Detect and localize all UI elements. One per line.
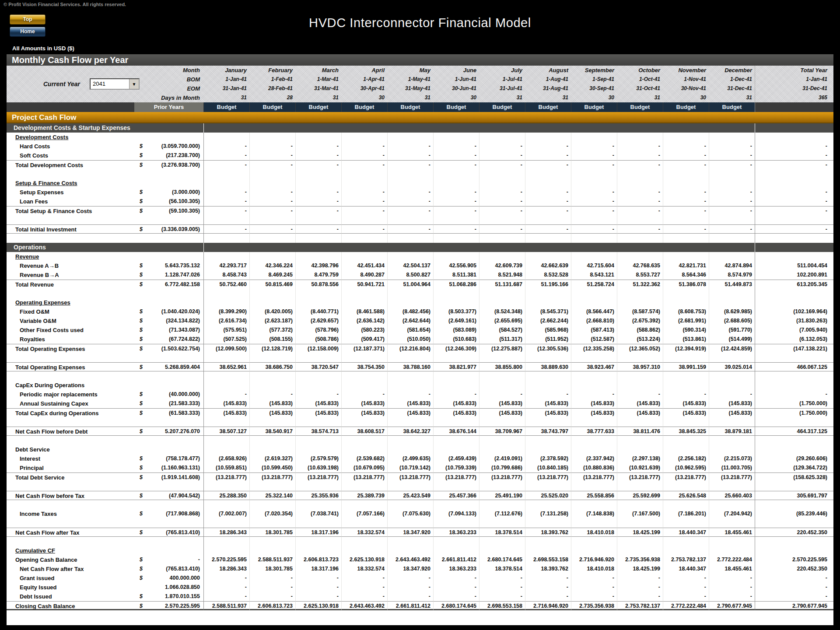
value-cell: (12.246.309) [433,344,479,353]
row-label [7,482,203,491]
row-label [7,169,203,178]
value-cell: - [663,142,709,151]
current-year-dropdown[interactable]: 2041 ▼ [90,78,140,90]
col-header: 31 [709,93,755,102]
value-cell [709,445,755,454]
value-cell [617,482,663,491]
value-cell: - [433,592,479,601]
value-cell: - [663,583,709,592]
value-cell: 51.004.964 [387,280,433,289]
currency-symbol: $ [134,270,151,280]
value-cell: 38.889.630 [525,362,571,371]
col-header: 31-Dec-41 [709,84,755,93]
value-cell: (584.527) [479,326,525,335]
value-cell [709,215,755,224]
total-cell [755,353,833,362]
budget-header: Budget [249,102,295,112]
value-cell: 18.347.920 [387,528,433,537]
value-cell [433,298,479,307]
value-cell: (145.833) [295,399,341,408]
table-row: Other Fixed Costs used$(71.343.087)(575.… [7,326,833,335]
value-cell [525,500,571,509]
value-cell: 18.410.018 [571,528,617,537]
value-cell [433,518,479,528]
value-cell [571,289,617,298]
value-cell: (591.770) [709,326,755,335]
value-cell [617,371,663,381]
value-cell [709,169,755,178]
value-cell: 51.322.362 [617,280,663,289]
table-row: Interest$(758.178.477)(2.658.926)(2.619.… [7,454,833,463]
value-cell: - [709,592,755,601]
prior-years-cell: (47.904.542) [151,491,203,500]
currency-symbol: $ [134,491,151,500]
value-cell: - [525,160,571,169]
copyright-text: © Profit Vision Financial Services. All … [4,2,126,7]
value-cell: (8.566.447) [571,307,617,316]
value-cell: - [525,390,571,399]
value-cell [249,289,295,298]
value-cell [663,298,709,307]
value-cell [663,215,709,224]
value-cell: 2.772.222.484 [663,601,709,610]
value-cell [617,353,663,362]
value-cell [295,243,341,252]
value-cell [663,353,709,362]
value-cell [203,234,249,243]
total-cell: - [755,160,833,169]
value-cell [433,482,479,491]
currency-symbol: $ [134,592,151,601]
chevron-down-icon[interactable]: ▼ [129,79,139,89]
table-row: Cumulative CF [7,546,833,555]
value-cell [479,518,525,528]
total-cell: (102.169.964) [755,307,833,316]
value-cell: 2.698.553.158 [479,601,525,610]
value-cell: (7.204.942) [709,509,755,518]
total-cell: - [755,142,833,151]
value-cell [295,417,341,427]
col-header: April [341,66,387,75]
value-cell: 18.440.347 [663,564,709,574]
value-cell [663,123,709,133]
value-cell: - [295,592,341,601]
row-label: Setup Expenses [7,188,134,197]
value-cell [341,289,387,298]
value-cell [663,243,709,252]
value-cell: 38.754.350 [341,362,387,371]
prior-years-cell: 5.207.276.070 [151,427,203,436]
value-cell: (7.167.500) [617,509,663,518]
value-cell [525,353,571,362]
value-cell [295,537,341,546]
row-label: Revenue [7,252,203,261]
value-cell: - [433,583,479,592]
value-cell: 18.332.574 [341,564,387,574]
value-cell [525,546,571,555]
total-col-header: Total Year [755,66,833,75]
currency-symbol: $ [134,362,151,371]
prior-years-cell: 6.772.482.158 [151,280,203,289]
value-cell: - [203,592,249,601]
value-cell [249,169,295,178]
value-cell: (11.003.705) [709,463,755,472]
table-row: Closing Cash Balance$2.570.225.5952.588.… [7,601,833,610]
value-cell: 18.317.196 [295,564,341,574]
value-cell: (10.799.686) [479,463,525,472]
col-header: 31-Jan-41 [203,84,249,93]
value-cell: - [663,188,709,197]
value-cell: (7.112.676) [479,509,525,518]
total-cell: (31.830.263) [755,316,833,326]
value-cell: - [249,206,295,215]
value-cell: 38.608.517 [341,427,387,436]
total-cell [755,298,833,307]
value-cell: (10.962.595) [663,463,709,472]
value-cell [479,381,525,390]
value-cell: (13.218.777) [617,472,663,482]
value-cell [341,353,387,362]
value-cell [295,546,341,555]
row-label [7,537,203,546]
value-cell [663,518,709,528]
value-cell: (2.681.991) [663,316,709,326]
value-cell: 50.878.556 [295,280,341,289]
value-cell: - [387,188,433,197]
budget-header: Budget [525,102,571,112]
